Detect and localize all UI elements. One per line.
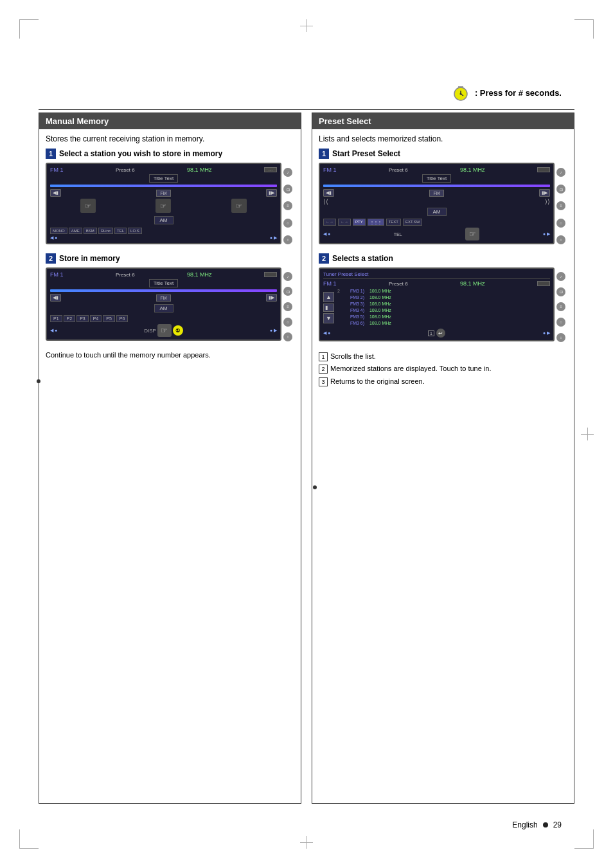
right-panel-subtitle: Lists and selects memorized station. [319, 134, 567, 143]
annotation-1: 1 Scrolls the list. [319, 352, 567, 361]
bullet-2 [313, 485, 317, 489]
side-icon-circle: ○ [283, 219, 292, 228]
right-step2-badge: 2 [319, 253, 329, 264]
preset-btns: P1 P2 P3 P4 P5 P6 [50, 315, 277, 322]
preset-row-2[interactable]: FM3 2) 108.0 MHz [336, 294, 550, 300]
crosshair-right [581, 428, 594, 440]
gesture-icon-1: ☞ [80, 199, 96, 213]
tuner-screen-1: FM 1 Preset 6 98.1 MHz ···· Title Text [46, 163, 281, 244]
annotations-area: 1 Scrolls the list. 2 Memorized stations… [319, 352, 567, 386]
horizontal-divider [39, 109, 574, 110]
right-step1-text: Start Preset Select [332, 149, 400, 158]
preset-select-screen: Tuner Preset Select FM 1 Preset 6 98.1 M… [319, 267, 555, 341]
tuner1-preset: Preset 6 [116, 167, 135, 173]
tuner2-freq: 98.1 MHz [187, 271, 212, 278]
timer-icon [452, 84, 470, 102]
tuner1-fm: FM 1 [50, 167, 64, 173]
tuner2-fm: FM 1 [50, 271, 64, 278]
right-tuner2-side-icons: ♪ ⊡ ≡ ○ ↕ [555, 267, 567, 347]
preset-row-6[interactable]: FM3 6) 108.0 MHz [336, 320, 550, 326]
preset-row-3[interactable]: FM3 3) 108.0 MHz [336, 301, 550, 307]
side-icon-music: ♪ [283, 168, 292, 177]
scroll-up-btn[interactable]: ▲ [323, 292, 334, 302]
seek-left[interactable]: ⟨⟨ [323, 198, 328, 205]
header-area: : Press for # seconds. [452, 84, 562, 102]
tuner2-disp-label: DISP [144, 328, 156, 334]
tuner1-ctrl-right[interactable]: ▮▶ [266, 189, 277, 197]
gesture-icon-2: ☞ [155, 199, 171, 213]
step1-label: 1 Select a station you wish to store in … [46, 149, 294, 159]
scroll-down-btn[interactable]: ▼ [323, 313, 334, 323]
tuner1-side-icons: ♪ ⊡ ≡ ○ ↕ [281, 163, 294, 249]
continue-text: Continue to touch until the memory numbe… [46, 350, 294, 361]
right-panel-title: Preset Select [319, 116, 371, 126]
right-step1-label: 1 Start Preset Select [319, 149, 567, 159]
right-panel: Preset Select Lists and selects memorize… [312, 113, 574, 804]
step2-badge: 2 [46, 253, 56, 264]
right-tuner-screen-1: FM 1 Preset 6 98.1 MHz Title Text ◀▮ FM [319, 163, 555, 244]
tuner2-fm-btn[interactable]: FM [156, 294, 170, 302]
main-content: Manual Memory Stores the current receivi… [39, 113, 574, 804]
left-panel-body: Stores the current receiving station in … [39, 129, 301, 366]
corner-mark-tr [574, 19, 594, 39]
crosshair-bottom [300, 836, 313, 849]
footer-dot [543, 822, 548, 827]
svg-point-5 [459, 93, 461, 95]
gesture-icon-3: ☞ [231, 199, 247, 213]
tuner2-arrow-right: ● ▶ [270, 328, 277, 333]
gesture-row-1: ☞ ☞ ☞ [50, 199, 277, 213]
footer-lang: English [512, 820, 537, 829]
return-btn[interactable]: ↩ [436, 329, 445, 338]
side-icon2-source: ⊡ [283, 287, 292, 296]
scroll-indicator: ▮ [323, 303, 334, 312]
step1-text: Select a station you wish to store in me… [59, 149, 222, 158]
tuner2-title: Title Text [149, 279, 179, 287]
step2-label: 2 Store in memory [46, 253, 294, 264]
right-tuner-wrapper-2: Tuner Preset Select FM 1 Preset 6 98.1 M… [319, 267, 567, 347]
side-icon2-arrow: ↕ [283, 332, 292, 341]
mode-btns-1: MONO AME BSM RLinc TEL LO.S [50, 228, 142, 234]
corner-mark-bl [19, 829, 39, 849]
side-icon2-menu: ≡ [283, 302, 292, 311]
step1-badge: 1 [46, 149, 56, 159]
seek-right[interactable]: ⟩⟩ [545, 198, 550, 205]
right-tuner-wrapper-1: FM 1 Preset 6 98.1 MHz Title Text ◀▮ FM [319, 163, 567, 249]
tuner1-signal [50, 185, 277, 187]
crosshair-top [300, 19, 313, 32]
left-panel-subtitle: Stores the current receiving station in … [46, 134, 294, 143]
footer-page-num: 29 [553, 820, 562, 829]
right-tuner1-am-btn[interactable]: AM [427, 208, 447, 216]
tuner1-ctrl-left[interactable]: ◀▮ [50, 189, 61, 197]
right-finger-1: ☞ [465, 228, 479, 240]
tuner1-fm-btn[interactable]: FM [156, 190, 170, 197]
annotation-2: 2 Memorized stations are displayed. Touc… [319, 364, 567, 374]
side-icon2-circle: ○ [283, 318, 292, 327]
tuner1-title: Title Text [149, 174, 179, 183]
left-panel: Manual Memory Stores the current receivi… [39, 113, 301, 804]
right-step2-label: 2 Selects a station [319, 253, 567, 264]
side-icon-arrow: ↕ [283, 235, 292, 244]
tuner-wrapper-1: FM 1 Preset 6 98.1 MHz ···· Title Text [46, 163, 294, 249]
preset-row-5[interactable]: FM3 5) 108.0 MHz [336, 314, 550, 320]
tuner2-ctrl-left[interactable]: ◀▮ [50, 294, 61, 302]
tuner2-ctrl-right[interactable]: ▮▶ [266, 294, 277, 302]
tuner2-preset: Preset 6 [116, 272, 135, 278]
annotation-3: 3 Returns to the original screen. [319, 377, 567, 386]
left-panel-header: Manual Memory [39, 113, 301, 129]
preset-row-4[interactable]: FM3 4) 108.0 MHz [336, 307, 550, 313]
tuner1-am-btn[interactable]: AM [154, 216, 173, 224]
corner-mark-tl [19, 19, 39, 39]
right-step2-text: Selects a station [332, 254, 393, 263]
preset-row-1[interactable]: 2 FM3 1) 108.0 MHz [336, 288, 550, 294]
side-icon2-music: ♪ [283, 272, 292, 281]
tuner2-signal [50, 289, 277, 292]
right-tuner1-side-icons: ♪ ⊡ ≡ ○ ↕ [555, 163, 567, 249]
right-step1-badge: 1 [319, 149, 329, 159]
press-instruction: : Press for # seconds. [475, 88, 562, 98]
side-icon-menu: ≡ [283, 201, 292, 210]
left-panel-title: Manual Memory [46, 116, 109, 126]
tuner1-arrow-right: ● ▶ [270, 235, 277, 240]
bullet-1 [37, 379, 40, 383]
list-indicator: 1 [428, 330, 434, 336]
tuner2-am-btn[interactable]: AM [154, 304, 173, 312]
